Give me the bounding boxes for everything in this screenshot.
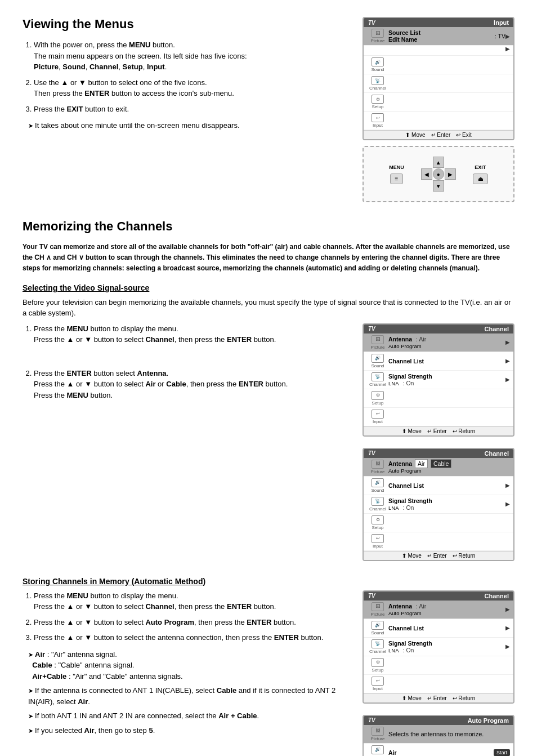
menu-button[interactable]: ≡ [390, 174, 404, 184]
ch2-antenna-label: Antenna [388, 460, 412, 467]
tv-ch3-input-icon: ↩ Input [367, 677, 388, 691]
footer-move: ⬆ Move [405, 132, 425, 138]
tv-ch1-header: TV Channel [364, 324, 513, 333]
tv-ch3-header: TV Channel [364, 592, 513, 601]
sub2-note1-air: Air [35, 650, 45, 659]
ch3-signal-content: Signal Strength LNA : On [388, 640, 505, 653]
tv-input-body: 🖼 Picture Source List Edit Name : TV ▶ [364, 27, 513, 130]
sound-icon: 🔊 [372, 57, 384, 66]
step1-picture: Picture [34, 63, 59, 71]
subsection2-right: TV Channel 🖼 Picture Antenna [363, 590, 514, 756]
tv-ch3-footer: ⬆ Move ↵ Enter ↩ Return [364, 693, 513, 702]
sub2-s1-enter: ENTER [227, 602, 252, 611]
dpad-right[interactable]: ▶ [445, 168, 456, 180]
ch3-input-label: Input [373, 686, 383, 691]
ch1-cl-arrow: ▶ [505, 358, 510, 364]
tv-ch2-logo: TV [368, 450, 375, 456]
tv-ch1-body: 🖼 Picture Antenna : Air Auto Program ▶ [364, 333, 513, 426]
sub2-s1-channel: Channel [145, 602, 174, 611]
sub1-s2-enter: ENTER [67, 369, 92, 377]
sub2-note1-cable: Cable [32, 661, 52, 669]
setup-label-small: Setup [372, 104, 384, 109]
tv-ch2-setup-row: ⚙ Setup [364, 514, 513, 532]
ch3-sound-label: Sound [371, 630, 384, 635]
ch3-sound-icon: 🔊 [372, 621, 384, 630]
tv-ch2-sound-row: 🔊 Sound Channel List ▶ [364, 477, 513, 495]
viewing-menus-steps: With the power on, press the MENU button… [23, 39, 351, 114]
sub1-s2-enter2: ENTER [239, 380, 263, 388]
sub1-s2-menu: MENU [67, 391, 88, 399]
ch3-footer-move: ⬆ Move [402, 695, 422, 701]
ch2-input-icon: ↩ [372, 534, 384, 543]
tv-ch2-setup-icon: ⚙ Setup [367, 515, 388, 530]
ch1-antenna-val: : Air [416, 336, 426, 343]
ch2-signal-content: Signal Strength LNA : On [388, 497, 505, 511]
section-memorizing: Memorizing the Channels Your TV can memo… [23, 219, 514, 756]
tv-ap-picture-row: 🖼 Picture Selects the antennas to memori… [364, 725, 513, 744]
ch3-footer-return: ↩ Return [453, 695, 476, 701]
step1-setup: Setup [123, 63, 143, 71]
input-icon-cell: ↩ Input [367, 113, 388, 128]
ap-desc: Selects the antennas to memorize. [388, 731, 510, 737]
ch2-cl-arrow: ▶ [505, 482, 510, 488]
ch3-setup-icon: ⚙ [372, 658, 384, 667]
ch2-footer-enter: ↵ Enter [427, 553, 447, 559]
ch1-footer-move: ⬆ Move [402, 428, 422, 434]
sub2-s3-enter: ENTER [274, 633, 299, 642]
ch1-channel-icon: 📡 [372, 372, 384, 381]
sound-label-small: Sound [371, 67, 384, 72]
tv-ch2-body: 🖼 Picture Antenna Air Cable Auto Program [364, 458, 513, 551]
ch2-picture-icon: 🖼 [372, 460, 384, 469]
tv-ch1-title: Channel [485, 326, 509, 332]
dpad-up[interactable]: ▲ [433, 157, 444, 168]
tv-input-screen: TV Input 🖼 Picture Source List Edit Name [363, 17, 514, 140]
dpad-down[interactable]: ▼ [433, 180, 444, 192]
tv-input-footer: ⬆ Move ↵ Enter ↩ Exit [364, 130, 513, 139]
dpad-center[interactable]: ● [433, 168, 444, 180]
ch2-air-option: Air [415, 459, 428, 468]
tv-ch3-logo: TV [368, 593, 375, 599]
tv-ch1-sound-icon: 🔊 Sound [367, 354, 388, 368]
ch2-signal-label: Signal Strength [388, 497, 432, 504]
step1-sound: Sound [62, 63, 85, 71]
tv-ch1-sound-row: 🔊 Sound Channel List ▶ [364, 352, 513, 371]
tv-ap-title: Auto Program [468, 717, 509, 724]
tv-ch3-picture-row: 🖼 Picture Antenna : Air Auto Program ▶ [364, 601, 513, 619]
ch2-channel-list: Channel List [388, 482, 505, 489]
ch1-picture-label: Picture [371, 345, 385, 350]
ap-air-content: Air [388, 749, 494, 756]
subsection2-title: Storing Channels in Memory (Automatic Me… [23, 577, 514, 586]
ch1-setup-icon: ⚙ [372, 391, 384, 400]
input-icon: ↩ [372, 113, 384, 122]
ch3-cl-label: Channel List [388, 625, 424, 632]
source-list-arrow: ▶ [505, 33, 510, 39]
sound-icon-cell: 🔊 Sound [367, 57, 388, 72]
ch3-channel-list: Channel List [388, 625, 505, 632]
sub2-note2-cable: Cable [217, 686, 236, 695]
subsection1-content: Press the MENU button to display the men… [23, 323, 514, 567]
tv-sound-row: 🔊 Sound [364, 56, 513, 74]
ch3-lna-val: : On [403, 647, 414, 653]
tv-ch3-sound-row: 🔊 Sound Channel List ▶ [364, 619, 513, 638]
tv-ch1-setup-icon: ⚙ Setup [367, 391, 388, 406]
tv-ch1-channel-row: 📡 Channel Signal Strength LNA : On ▶ [364, 371, 513, 389]
ch1-signal-label: Signal Strength [388, 373, 432, 380]
tv-ch1-logo: TV [368, 326, 375, 332]
exit-btn-label: EXIT [475, 164, 486, 170]
exit-button[interactable]: ⏏ [473, 174, 488, 184]
remote-body: MENU ≡ ▲ ◀ ● ▶ ▼ EXI [369, 153, 508, 195]
sub1-step1: Press the MENU button to display the men… [34, 323, 351, 345]
dpad-left[interactable]: ◀ [421, 168, 432, 180]
tv-ch3-sound-icon: 🔊 Sound [367, 621, 388, 635]
subsection1-title: Selecting the Video Signal-source [23, 283, 514, 292]
tv-ch3-picture-icon: 🖼 Picture [367, 602, 388, 617]
ch1-antenna-label: Antenna [388, 336, 412, 343]
sub2-s2-autoprog: Auto Program [145, 618, 194, 626]
ap-air-start[interactable]: Start [494, 749, 510, 756]
sub2-note1: Air : "Air" antenna signal. Cable : "Cab… [28, 649, 351, 682]
subsection1-left: Press the MENU button to display the men… [23, 323, 351, 567]
ch2-channel-label: Channel [369, 506, 386, 512]
ch3-auto-prog: Auto Program [388, 610, 422, 616]
subsection2-content: Press the MENU button to display the men… [23, 590, 514, 756]
ch1-lna-label: LNA [388, 380, 399, 386]
